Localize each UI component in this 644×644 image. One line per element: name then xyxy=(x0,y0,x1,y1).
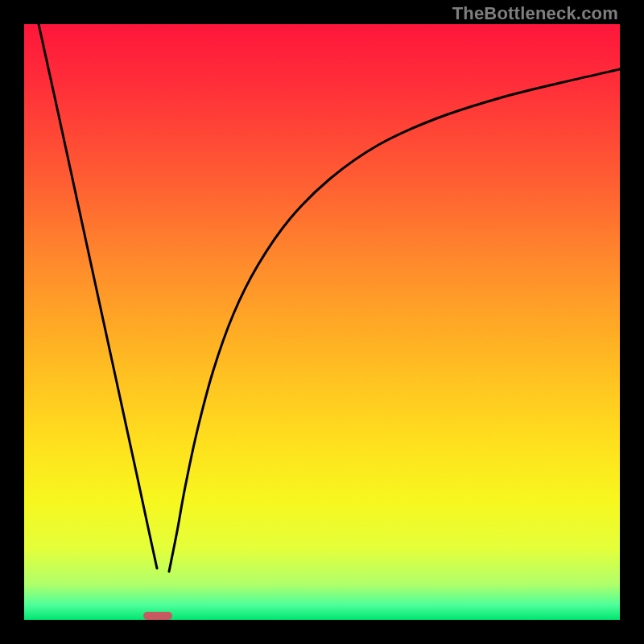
optimal-marker xyxy=(143,612,172,620)
gradient-and-curve xyxy=(24,24,620,620)
gradient-fill xyxy=(24,24,620,620)
watermark-text: TheBottleneck.com xyxy=(452,3,618,24)
chart-frame: TheBottleneck.com xyxy=(0,0,644,644)
plot-area xyxy=(24,24,620,620)
